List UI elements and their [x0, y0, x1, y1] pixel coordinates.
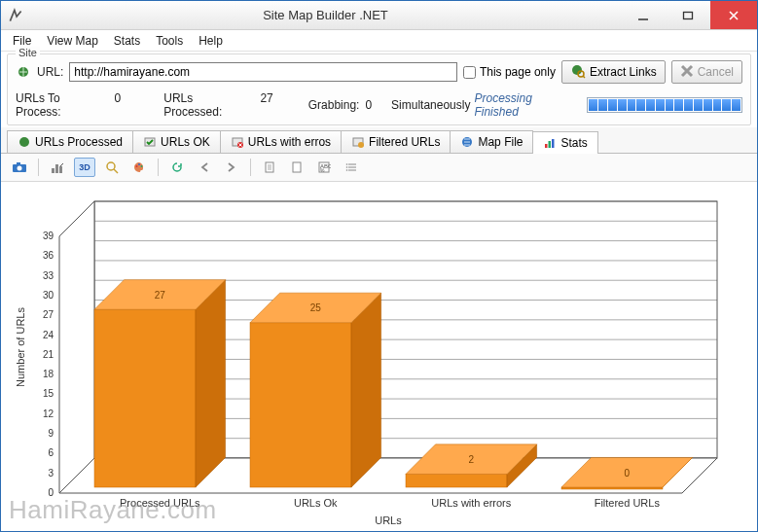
svg-rect-25 — [52, 168, 54, 173]
palette-icon[interactable] — [128, 158, 150, 177]
grabbing-value: 0 — [365, 98, 372, 112]
svg-rect-19 — [545, 144, 548, 148]
document-icon[interactable] — [259, 158, 280, 177]
svg-text:25: 25 — [310, 302, 322, 313]
svg-rect-26 — [55, 164, 58, 173]
tab-label: Map File — [478, 135, 523, 149]
svg-point-46 — [346, 169, 348, 171]
tab-label: Stats — [560, 136, 587, 150]
extract-links-label: Extract Links — [590, 65, 657, 79]
chart-svg: 03691215182124273033363927Processed URLs… — [1, 182, 758, 532]
menu-view-map[interactable]: View Map — [39, 32, 105, 50]
svg-rect-97 — [250, 323, 351, 487]
url-icon — [16, 64, 31, 80]
menubar: File View Map Stats Tools Help — [1, 30, 757, 52]
svg-text:0: 0 — [625, 468, 631, 479]
this-page-only-label: This page only — [480, 65, 556, 79]
list-icon[interactable] — [341, 158, 362, 177]
svg-point-17 — [358, 142, 364, 148]
map-icon — [460, 135, 474, 149]
svg-point-5 — [572, 65, 582, 75]
to-process-label: URLs To Process: — [16, 91, 109, 119]
menu-help[interactable]: Help — [191, 32, 231, 50]
svg-text:27: 27 — [43, 309, 54, 320]
svg-marker-93 — [196, 280, 226, 487]
chart-toolbar: 3D ABC% — [1, 154, 757, 182]
percent-icon[interactable]: ABC% — [313, 158, 335, 177]
this-page-only-checkbox[interactable]: This page only — [463, 65, 556, 79]
svg-text:30: 30 — [43, 290, 54, 301]
maximize-button[interactable] — [666, 1, 710, 29]
tab-urls-processed[interactable]: URLs Processed — [7, 130, 133, 153]
minimize-button[interactable] — [621, 1, 666, 29]
svg-text:URLs with errors: URLs with errors — [431, 497, 511, 509]
tab-map-file[interactable]: Map File — [450, 130, 533, 153]
camera-icon[interactable] — [9, 158, 30, 177]
titlebar: Site Map Builder .NET — [1, 1, 757, 30]
tab-label: URLs OK — [161, 135, 210, 149]
this-page-only-input[interactable] — [463, 66, 476, 79]
svg-text:2: 2 — [469, 454, 475, 465]
extract-links-button[interactable]: Extract Links — [561, 60, 666, 84]
check-icon — [143, 135, 157, 149]
page-icon[interactable] — [286, 158, 307, 177]
svg-marker-98 — [351, 293, 381, 487]
tab-filtered-urls[interactable]: Filtered URLs — [341, 130, 451, 153]
menu-tools[interactable]: Tools — [148, 32, 191, 50]
svg-text:33: 33 — [43, 270, 54, 281]
svg-line-7 — [583, 76, 585, 78]
stats-icon — [543, 136, 557, 150]
grabbing: Grabbing: 0 — [308, 98, 372, 112]
svg-rect-102 — [406, 474, 507, 487]
svg-point-44 — [346, 163, 348, 165]
close-button[interactable] — [710, 1, 757, 29]
bar-chart-icon[interactable] — [47, 158, 68, 177]
tab-label: URLs with erros — [248, 135, 331, 149]
tab-urls-errors[interactable]: URLs with erros — [220, 130, 342, 153]
tab-label: Filtered URLs — [369, 135, 440, 149]
menu-stats[interactable]: Stats — [106, 32, 148, 50]
svg-point-32 — [141, 165, 143, 167]
x-icon — [680, 64, 694, 81]
globe-icon — [18, 135, 31, 149]
svg-point-28 — [107, 162, 115, 170]
tab-stats[interactable]: Stats — [532, 131, 597, 154]
svg-line-29 — [114, 169, 118, 173]
app-title: Site Map Builder .NET — [30, 8, 621, 22]
processed-value: 27 — [260, 91, 272, 105]
simultaneously-label: Simultaneously — [391, 98, 470, 112]
url-input[interactable] — [69, 62, 457, 82]
svg-point-45 — [346, 166, 348, 168]
svg-text:36: 36 — [43, 250, 54, 261]
processed-label: URLs Processed: — [163, 91, 254, 119]
svg-rect-92 — [94, 309, 196, 487]
svg-text:0: 0 — [48, 487, 54, 498]
globe-magnify-icon — [570, 63, 586, 82]
grabbing-label: Grabbing: — [308, 98, 360, 112]
3d-view-icon[interactable]: 3D — [74, 158, 95, 177]
svg-text:12: 12 — [43, 408, 54, 419]
svg-text:24: 24 — [43, 330, 54, 340]
svg-text:18: 18 — [43, 369, 54, 379]
svg-text:3: 3 — [48, 468, 54, 479]
cancel-label: Cancel — [698, 65, 734, 79]
refresh-icon[interactable] — [166, 158, 188, 177]
tab-urls-ok[interactable]: URLs OK — [132, 130, 221, 153]
zoom-icon[interactable] — [101, 158, 123, 177]
to-process-value: 0 — [115, 91, 122, 105]
site-legend: Site — [16, 47, 40, 58]
svg-point-31 — [138, 163, 140, 165]
svg-rect-24 — [17, 162, 20, 165]
svg-point-30 — [136, 165, 138, 167]
svg-text:21: 21 — [43, 349, 54, 360]
progress-message: Processing Finished — [474, 91, 579, 119]
svg-text:Processed URLs: Processed URLs — [120, 497, 200, 509]
svg-rect-107 — [561, 487, 663, 489]
svg-point-10 — [19, 137, 29, 147]
svg-text:URLs Ok: URLs Ok — [294, 497, 338, 509]
arrow-left-icon[interactable] — [194, 158, 215, 177]
arrow-right-icon[interactable] — [221, 158, 242, 177]
svg-rect-27 — [59, 166, 62, 173]
svg-text:15: 15 — [43, 388, 54, 399]
cancel-button[interactable]: Cancel — [671, 60, 742, 84]
